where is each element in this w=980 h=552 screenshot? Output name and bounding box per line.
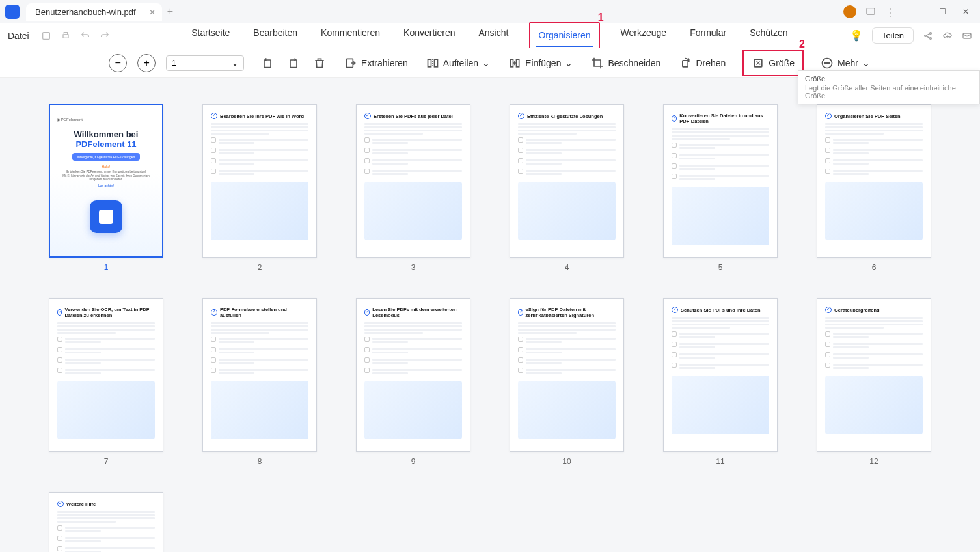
page-thumbnail-11[interactable]: Schützen Sie PDFs und Ihre Daten11 — [660, 298, 781, 466]
insert-button[interactable]: Einfügen⌄ — [507, 54, 574, 72]
thumbnail-page[interactable]: Organisieren Sie PDF-Seiten — [817, 104, 931, 258]
page-thumbnail-8[interactable]: PDF-Formulare erstellen und ausfüllen8 — [199, 298, 320, 466]
page-number-label: 7 — [104, 457, 109, 466]
lightbulb-icon[interactable]: 💡 — [850, 29, 863, 42]
tab-schuetzen[interactable]: Schützen — [747, 22, 790, 49]
thumbnail-page[interactable]: Lesen Sie PDFs mit dem erweiterten Lesem… — [356, 298, 470, 452]
page-number-label: 9 — [411, 457, 416, 466]
page-number-label: 8 — [258, 457, 262, 466]
extract-button[interactable]: Extrahieren — [343, 54, 409, 72]
tab-title: Benutzerhandbuch-win.pdf — [35, 7, 136, 17]
tab-bearbeiten[interactable]: Bearbeiten — [251, 22, 300, 49]
close-window-button[interactable]: ✕ — [957, 5, 975, 18]
feedback-icon[interactable] — [865, 7, 876, 17]
crop-button[interactable]: Beschneiden — [590, 54, 662, 72]
tab-organisieren[interactable]: Organisieren — [536, 25, 593, 47]
share-button[interactable]: Teilen — [872, 27, 914, 44]
thumbnail-page[interactable]: Weitere Hilfe — [49, 492, 163, 552]
page-thumbnail-7[interactable]: Verwenden Sie OCR, um Text in PDF-Dateie… — [46, 298, 167, 466]
menu-dots-icon[interactable]: ⋮ — [885, 7, 895, 17]
thumbnail-page[interactable]: Verwenden Sie OCR, um Text in PDF-Dateie… — [49, 298, 163, 452]
page-thumbnail-3[interactable]: Erstellen Sie PDFs aus jeder Datei3 — [353, 104, 474, 272]
tab-formular[interactable]: Formular — [687, 22, 729, 49]
svg-rect-11 — [428, 59, 431, 67]
page-number-label: 4 — [565, 263, 569, 272]
annotation-box-2: 2 Größe — [742, 50, 804, 76]
thumbnail-page[interactable]: Geräteübergreifend — [817, 298, 931, 452]
svg-rect-3 — [64, 32, 67, 34]
app-logo-icon — [5, 5, 20, 19]
rotate-left-button[interactable] — [260, 54, 275, 72]
svg-rect-12 — [434, 59, 437, 67]
save-icon[interactable] — [41, 31, 51, 41]
thumbnail-page[interactable]: Effiziente KI-gestützte Lösungen — [510, 104, 624, 258]
annotation-label-1: 1 — [598, 12, 604, 23]
page-thumbnail-12[interactable]: Geräteübergreifend12 — [813, 298, 934, 466]
thumbnail-page[interactable]: PDF-Formulare erstellen und ausfüllen — [202, 298, 317, 452]
svg-rect-14 — [517, 59, 519, 67]
tab-kommentieren[interactable]: Kommentieren — [318, 22, 383, 49]
menubar: Datei Startseite Bearbeiten Kommentieren… — [0, 23, 980, 48]
page-thumbnail-10[interactable]: eSign für PDF-Dateien mit zertifikatbasi… — [506, 298, 627, 466]
tab-close-icon[interactable]: ✕ — [149, 8, 156, 17]
share-network-icon[interactable] — [923, 31, 933, 41]
svg-point-19 — [826, 62, 827, 63]
thumbnail-page[interactable]: eSign für PDF-Dateien mit zertifikatbasi… — [510, 298, 624, 452]
annotation-box-1: 1 Organisieren — [529, 22, 599, 49]
rotate-button[interactable]: Drehen — [677, 54, 727, 72]
svg-point-6 — [930, 37, 932, 39]
tab-konvertieren[interactable]: Konvertieren — [401, 22, 457, 49]
file-menu[interactable]: Datei — [8, 31, 29, 41]
tab-ansicht[interactable]: Ansicht — [476, 22, 511, 49]
tooltip-desc: Legt die Größe aller Seiten auf eine ein… — [805, 84, 973, 100]
mail-icon[interactable] — [962, 31, 972, 41]
zoom-out-button[interactable]: − — [109, 54, 127, 72]
page-number-label: 3 — [411, 263, 416, 272]
new-tab-button[interactable]: + — [167, 6, 173, 18]
page-number-label: 11 — [716, 457, 724, 466]
delete-button[interactable] — [312, 54, 327, 72]
thumbnail-page[interactable]: Bearbeiten Sie Ihre PDF wie in Word — [202, 104, 317, 258]
page-number-input[interactable]: 1⌄ — [166, 55, 244, 71]
thumbnail-page[interactable]: Schützen Sie PDFs und Ihre Daten — [663, 298, 778, 452]
annotation-label-2: 2 — [799, 38, 805, 50]
redo-icon[interactable] — [100, 31, 110, 41]
tab-startseite[interactable]: Startseite — [189, 22, 232, 49]
page-thumbnail-6[interactable]: Organisieren Sie PDF-Seiten6 — [813, 104, 934, 272]
thumbnail-page[interactable]: Konvertieren Sie Dateien in und aus PDF-… — [663, 104, 778, 258]
tooltip-title: Größe — [805, 75, 973, 83]
thumbnail-page[interactable]: Erstellen Sie PDFs aus jeder Datei — [356, 104, 470, 258]
thumbnail-page[interactable]: ◉ PDFelementWillkommen beiPDFelement 11I… — [49, 104, 163, 258]
page-thumbnail-1[interactable]: ◉ PDFelementWillkommen beiPDFelement 11I… — [46, 104, 167, 272]
tab-werkzeuge[interactable]: Werkzeuge — [618, 22, 670, 49]
rotate-right-button[interactable] — [286, 54, 301, 72]
page-thumbnail-4[interactable]: Effiziente KI-gestützte Lösungen4 — [506, 104, 627, 272]
undo-icon[interactable] — [80, 31, 90, 41]
cloud-upload-icon[interactable] — [942, 31, 953, 41]
page-number-label: 6 — [872, 263, 877, 272]
user-avatar[interactable] — [843, 5, 856, 18]
svg-point-5 — [930, 32, 932, 34]
page-number-label: 5 — [718, 263, 723, 272]
page-thumbnail-2[interactable]: Bearbeiten Sie Ihre PDF wie in Word2 — [199, 104, 320, 272]
thumbnail-grid: ◉ PDFelementWillkommen beiPDFelement 11I… — [46, 104, 934, 552]
size-button[interactable]: Größe — [750, 54, 796, 72]
svg-rect-1 — [42, 32, 49, 39]
svg-point-4 — [925, 34, 927, 36]
page-number-label: 1 — [104, 263, 109, 272]
document-tab[interactable]: Benutzerhandbuch-win.pdf ✕ — [26, 3, 162, 21]
maximize-button[interactable]: ☐ — [933, 5, 951, 18]
page-thumbnail-13[interactable]: Weitere Hilfe13 — [46, 492, 167, 552]
minimize-button[interactable]: — — [910, 5, 928, 18]
svg-rect-15 — [683, 60, 688, 66]
zoom-in-button[interactable]: + — [137, 54, 156, 72]
page-number-label: 10 — [562, 457, 571, 466]
svg-rect-8 — [264, 60, 271, 68]
size-tooltip: Größe Legt die Größe aller Seiten auf ei… — [798, 70, 980, 104]
more-button[interactable]: Mehr⌄ — [819, 54, 871, 72]
split-button[interactable]: Aufteilen⌄ — [425, 54, 491, 72]
print-icon[interactable] — [61, 31, 71, 41]
main-tabs: Startseite Bearbeiten Kommentieren Konve… — [129, 22, 850, 49]
page-thumbnail-9[interactable]: Lesen Sie PDFs mit dem erweiterten Lesem… — [353, 298, 474, 466]
page-thumbnail-5[interactable]: Konvertieren Sie Dateien in und aus PDF-… — [660, 104, 781, 272]
